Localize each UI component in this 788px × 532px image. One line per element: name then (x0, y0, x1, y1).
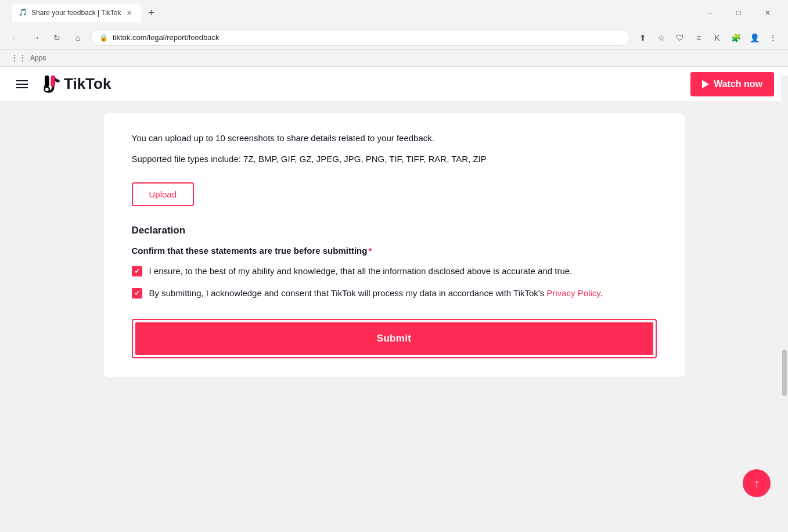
apps-grid-icon: ⋮⋮ (10, 53, 27, 63)
url-text: tiktok.com/legal/report/feedback (113, 33, 621, 42)
nav-actions: ⬆ ☆ 🛡 ≡ K 🧩 👤 ⋮ (635, 30, 781, 46)
watch-now-label: Watch now (714, 79, 762, 89)
bookmarks-bar: ⋮⋮ Apps (0, 49, 788, 66)
reload-button[interactable]: ↻ (49, 30, 65, 46)
scrollbar-thumb[interactable] (782, 350, 787, 396)
window-controls: – □ ✕ (696, 3, 781, 22)
share-button[interactable]: ⬆ (635, 30, 651, 46)
scroll-to-top-button[interactable]: ↑ (743, 469, 771, 497)
tab-close-button[interactable]: ✕ (125, 8, 134, 17)
tab-title: Share your feedback | TikTok (31, 9, 121, 17)
scroll-top-icon: ↑ (754, 477, 760, 490)
checkbox-row-1: ✓ I ensure, to the best of my ability an… (132, 265, 657, 278)
play-icon (702, 80, 709, 88)
confirm-label: Confirm that these statements are true b… (132, 246, 657, 256)
checkbox-2-before-text: By submitting, I acknowledge and consent… (149, 288, 547, 298)
declaration-title: Declaration (132, 225, 657, 236)
page-wrapper: TikTok Watch now You can upload up to 10… (0, 67, 788, 523)
extension-button-3[interactable]: K (709, 30, 725, 46)
checkmark-2: ✓ (134, 290, 140, 297)
minimize-button[interactable]: – (696, 3, 723, 22)
apps-bookmark[interactable]: ⋮⋮ Apps (7, 52, 49, 64)
new-tab-button[interactable]: + (143, 5, 160, 21)
content-card: You can upload up to 10 screenshots to s… (104, 113, 685, 377)
submit-button-wrapper: Submit (132, 319, 657, 358)
active-tab[interactable]: 🎵 Share your feedback | TikTok ✕ (12, 3, 141, 22)
tiktok-logo-text: TikTok (64, 75, 111, 93)
svg-rect-4 (45, 76, 49, 87)
main-content: You can upload up to 10 screenshots to s… (0, 102, 788, 389)
close-button[interactable]: ✕ (754, 3, 781, 22)
header-left: TikTok (14, 74, 111, 95)
maximize-button[interactable]: □ (725, 3, 752, 22)
hamburger-menu[interactable] (14, 78, 30, 91)
checkbox-1-text: I ensure, to the best of my ability and … (149, 265, 573, 278)
extensions-button[interactable]: 🧩 (728, 30, 744, 46)
submit-button[interactable]: Submit (135, 322, 653, 355)
forward-button[interactable]: → (28, 30, 44, 46)
upload-info-text: You can upload up to 10 screenshots to s… (132, 132, 657, 145)
profile-button[interactable]: 👤 (746, 30, 762, 46)
checkbox-2[interactable]: ✓ (132, 288, 142, 299)
svg-rect-1 (51, 76, 56, 87)
tiktok-logo-icon (39, 74, 60, 95)
back-button[interactable]: ← (7, 30, 23, 46)
hamburger-line-1 (16, 80, 28, 81)
bookmark-button[interactable]: ☆ (653, 30, 670, 46)
tiktok-header: TikTok Watch now (0, 67, 788, 102)
tab-favicon: 🎵 (19, 8, 28, 17)
file-types-text: Supported file types include: 7Z, BMP, G… (132, 152, 657, 166)
watch-now-button[interactable]: Watch now (690, 72, 774, 96)
lock-icon: 🔒 (99, 34, 108, 42)
checkbox-2-text: By submitting, I acknowledge and consent… (149, 287, 603, 300)
svg-point-6 (45, 88, 49, 91)
menu-button[interactable]: ⋮ (765, 30, 781, 46)
required-star: * (368, 246, 372, 256)
tiktok-logo[interactable]: TikTok (39, 74, 111, 95)
address-bar[interactable]: 🔒 tiktok.com/legal/report/feedback (91, 29, 630, 46)
browser-chrome: 🎵 Share your feedback | TikTok ✕ + – □ ✕… (0, 0, 788, 67)
browser-nav-bar: ← → ↻ ⌂ 🔒 tiktok.com/legal/report/feedba… (0, 26, 788, 49)
checkbox-1[interactable]: ✓ (132, 266, 142, 276)
checkbox-2-after-text: . (600, 288, 603, 298)
checkbox-row-2: ✓ By submitting, I acknowledge and conse… (132, 287, 657, 300)
extension-button-2[interactable]: ≡ (690, 30, 707, 46)
scrollbar[interactable] (781, 76, 788, 523)
tab-bar: 🎵 Share your feedback | TikTok ✕ + (7, 3, 164, 22)
hamburger-line-2 (16, 84, 28, 85)
checkmark-1: ✓ (134, 268, 140, 275)
privacy-policy-link[interactable]: Privacy Policy (546, 288, 600, 298)
extension-button-1[interactable]: 🛡 (672, 30, 688, 46)
browser-titlebar: 🎵 Share your feedback | TikTok ✕ + – □ ✕ (0, 0, 788, 26)
upload-button[interactable]: Upload (132, 182, 195, 206)
apps-label: Apps (30, 54, 46, 62)
hamburger-line-3 (16, 87, 28, 88)
home-button[interactable]: ⌂ (70, 30, 86, 46)
